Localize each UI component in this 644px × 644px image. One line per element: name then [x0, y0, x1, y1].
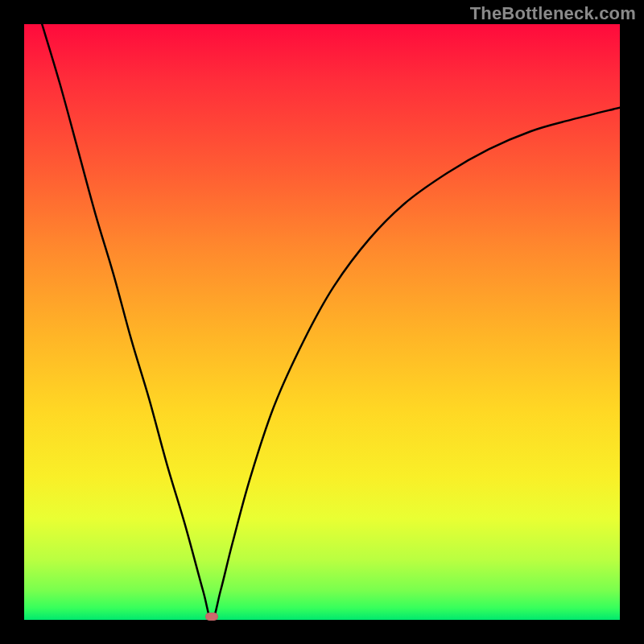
watermark-text: TheBottleneck.com: [470, 3, 636, 24]
v-curve-path: [42, 24, 620, 620]
chart-curve: [24, 24, 620, 620]
bottleneck-marker: [205, 613, 218, 621]
chart-container: TheBottleneck.com: [0, 0, 644, 644]
plot-area: [24, 24, 620, 620]
